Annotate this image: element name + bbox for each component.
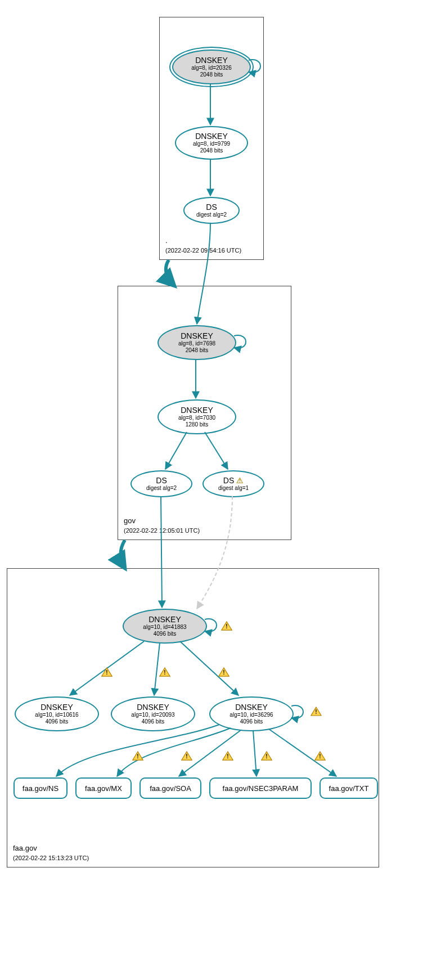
root-zsk-sub2: 2048 bits	[200, 147, 223, 154]
gov-ds2-title-text: DS	[223, 476, 234, 485]
faa-zsk1-sub2: 4096 bits	[46, 718, 69, 725]
gov-ksk-sub2: 2048 bits	[186, 347, 209, 354]
node-gov-ds1[interactable]: DS digest alg=2	[130, 470, 192, 497]
faa-zsk1-title: DNSKEY	[40, 703, 73, 712]
faa-zsk1-sub1: alg=10, id=10616	[35, 712, 78, 718]
node-faa-zsk3[interactable]: DNSKEY alg=10, id=36296 4096 bits	[209, 696, 294, 731]
faa-zsk3-sub1: alg=10, id=36296	[230, 712, 273, 718]
node-rr-mx[interactable]: faa.gov/MX	[75, 777, 132, 799]
gov-ds2-sub1: digest alg=1	[218, 485, 249, 492]
node-rr-nsec3[interactable]: faa.gov/NSEC3PARAM	[209, 777, 312, 799]
gov-zsk-sub1: alg=8, id=7030	[178, 415, 215, 421]
gov-zsk-sub2: 1280 bits	[186, 421, 209, 428]
zone-faa-label: faa.gov	[13, 844, 37, 852]
zone-faa-timestamp: (2022-02-22 15:13:23 UTC)	[13, 855, 89, 861]
zone-gov-timestamp: (2022-02-22 12:05:01 UTC)	[124, 527, 200, 534]
root-ksk-title: DNSKEY	[195, 56, 228, 65]
faa-zsk2-sub1: alg=10, id=20093	[131, 712, 174, 718]
node-root-ds[interactable]: DS digest alg=2	[183, 197, 240, 224]
zone-gov-label: gov	[124, 516, 136, 525]
node-faa-zsk2[interactable]: DNSKEY alg=10, id=20093 4096 bits	[111, 696, 195, 731]
gov-ksk-title: DNSKEY	[181, 331, 213, 340]
faa-zsk2-title: DNSKEY	[137, 703, 169, 712]
zone-root-label: .	[165, 236, 168, 245]
rr-nsec3-label: faa.gov/NSEC3PARAM	[223, 784, 299, 793]
root-ds-sub1: digest alg=2	[196, 212, 227, 218]
gov-ds1-title: DS	[156, 476, 166, 485]
faa-zsk3-sub2: 4096 bits	[240, 718, 263, 725]
zone-root-timestamp: (2022-02-22 09:54:16 UTC)	[165, 247, 241, 254]
node-rr-ns[interactable]: faa.gov/NS	[14, 777, 68, 799]
gov-ds2-title: DS ⚠	[223, 476, 244, 485]
root-ksk-sub1: alg=8, id=20326	[191, 65, 232, 71]
node-rr-txt[interactable]: faa.gov/TXT	[320, 777, 378, 799]
gov-zsk-title: DNSKEY	[181, 406, 213, 415]
node-gov-ksk[interactable]: DNSKEY alg=8, id=7698 2048 bits	[158, 325, 236, 360]
node-rr-soa[interactable]: faa.gov/SOA	[140, 777, 201, 799]
node-root-ksk[interactable]: DNSKEY alg=8, id=20326 2048 bits	[172, 50, 251, 84]
faa-zsk2-sub2: 4096 bits	[142, 718, 165, 725]
gov-ds1-sub1: digest alg=2	[146, 485, 177, 492]
root-ds-title: DS	[206, 203, 217, 212]
faa-ksk-sub1: alg=10, id=41883	[143, 624, 186, 631]
node-gov-ds2[interactable]: DS ⚠ digest alg=1	[202, 470, 264, 497]
node-faa-ksk[interactable]: DNSKEY alg=10, id=41883 4096 bits	[123, 609, 207, 644]
faa-ksk-sub2: 4096 bits	[154, 631, 177, 637]
warning-icon: ⚠	[236, 476, 244, 485]
root-zsk-sub1: alg=8, id=9799	[193, 141, 230, 147]
rr-mx-label: faa.gov/MX	[85, 784, 122, 793]
gov-ksk-sub1: alg=8, id=7698	[178, 340, 215, 347]
node-root-zsk[interactable]: DNSKEY alg=8, id=9799 2048 bits	[175, 126, 248, 160]
faa-ksk-title: DNSKEY	[148, 615, 181, 624]
rr-soa-label: faa.gov/SOA	[150, 784, 191, 793]
rr-txt-label: faa.gov/TXT	[329, 784, 369, 793]
rr-ns-label: faa.gov/NS	[22, 784, 58, 793]
node-faa-zsk1[interactable]: DNSKEY alg=10, id=10616 4096 bits	[15, 696, 99, 731]
root-zsk-title: DNSKEY	[195, 132, 228, 141]
faa-zsk3-title: DNSKEY	[235, 703, 268, 712]
root-ksk-sub2: 2048 bits	[200, 71, 223, 78]
node-gov-zsk[interactable]: DNSKEY alg=8, id=7030 1280 bits	[158, 399, 236, 434]
